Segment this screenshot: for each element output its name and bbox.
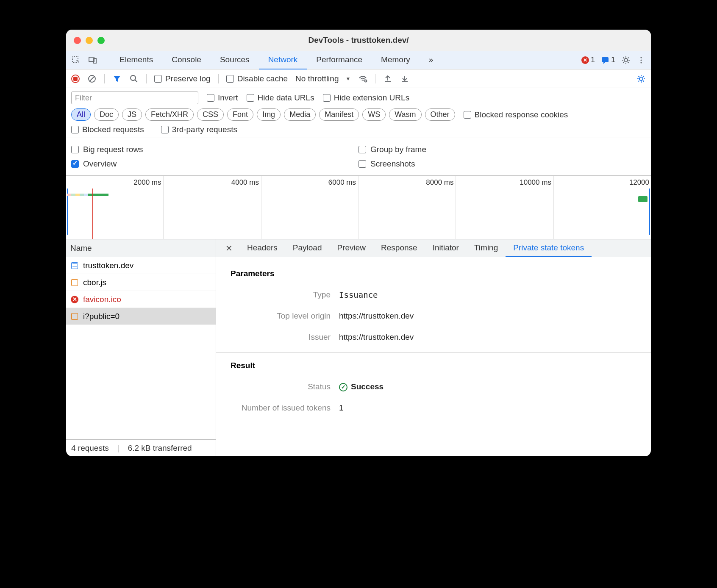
third-party-checkbox[interactable]: 3rd-party requests: [161, 125, 237, 134]
divider: [218, 74, 219, 83]
svg-point-6: [640, 59, 642, 61]
result-heading: Result: [216, 352, 651, 376]
svg-line-11: [135, 80, 137, 82]
detail-pane: ✕ Headers Payload Preview Response Initi…: [216, 239, 651, 456]
overview-checkbox[interactable]: Overview: [71, 157, 358, 171]
type-media[interactable]: Media: [284, 108, 316, 121]
minimize-window-icon[interactable]: [86, 37, 93, 44]
dtab-preview[interactable]: Preview: [330, 239, 374, 257]
timeline-marker: [92, 189, 93, 239]
request-row[interactable]: trusttoken.dev: [66, 257, 216, 274]
blocked-requests-checkbox[interactable]: Blocked requests: [71, 125, 144, 134]
request-count: 4 requests: [71, 444, 109, 453]
type-all[interactable]: All: [71, 108, 91, 121]
clear-icon[interactable]: [87, 74, 97, 83]
type-css[interactable]: CSS: [197, 108, 224, 121]
tab-memory[interactable]: Memory: [372, 51, 420, 69]
devtools-window: DevTools - trusttoken.dev/ Elements Cons…: [66, 30, 651, 456]
filter-icon[interactable]: [112, 74, 122, 83]
issuer-value: https://trusttoken.dev: [339, 333, 651, 342]
gear-icon[interactable]: [621, 55, 631, 65]
hide-data-urls-checkbox[interactable]: Hide data URLs: [247, 93, 314, 103]
svg-point-12: [365, 80, 367, 82]
tab-sources[interactable]: Sources: [211, 51, 259, 69]
group-frame-checkbox[interactable]: Group by frame: [358, 142, 646, 157]
type-doc[interactable]: Doc: [94, 108, 119, 121]
search-icon[interactable]: [129, 74, 139, 83]
parameters-heading: Parameters: [216, 266, 651, 284]
dtab-tokens[interactable]: Private state tokens: [506, 239, 592, 257]
filter-input[interactable]: Filter: [71, 92, 198, 104]
request-list-pane: Name trusttoken.dev cbor.js ✕ favicon.ic…: [66, 239, 216, 456]
tab-network[interactable]: Network: [259, 51, 307, 69]
error-icon: ✕: [70, 295, 79, 304]
dtab-payload[interactable]: Payload: [285, 239, 330, 257]
dtab-timing[interactable]: Timing: [467, 239, 506, 257]
type-js[interactable]: JS: [122, 108, 142, 121]
hide-ext-urls-checkbox[interactable]: Hide extension URLs: [323, 93, 409, 103]
timeline-mark: 6000 ms: [328, 178, 356, 187]
traffic-lights: [74, 37, 105, 44]
preserve-log-checkbox[interactable]: Preserve log: [154, 74, 211, 83]
type-fetch[interactable]: Fetch/XHR: [145, 108, 194, 121]
divider: [375, 74, 375, 83]
transferred-size: 6.2 kB transferred: [128, 444, 192, 453]
info-count: 1: [611, 55, 615, 64]
close-details-icon[interactable]: ✕: [219, 243, 239, 253]
type-font[interactable]: Font: [227, 108, 253, 121]
blocked-cookies-checkbox[interactable]: Blocked response cookies: [464, 110, 568, 119]
timeline-load-marker: [638, 196, 648, 202]
status-value: Success: [339, 382, 651, 391]
tab-elements[interactable]: Elements: [110, 51, 162, 69]
type-filters: All Doc JS Fetch/XHR CSS Font Img Media …: [71, 108, 646, 121]
type-manifest[interactable]: Manifest: [319, 108, 359, 121]
dtab-headers[interactable]: Headers: [239, 239, 285, 257]
request-row[interactable]: cbor.js: [66, 274, 216, 291]
dtab-initiator[interactable]: Initiator: [425, 239, 467, 257]
network-toolbar: Preserve log Disable cache No throttling…: [66, 69, 651, 88]
more-tabs-icon[interactable]: »: [420, 51, 443, 69]
settings-gear-icon[interactable]: [636, 74, 646, 83]
inspect-icon[interactable]: [71, 55, 81, 65]
name-column-header[interactable]: Name: [66, 239, 216, 257]
svg-point-7: [640, 62, 642, 63]
download-icon[interactable]: [400, 74, 409, 83]
error-badge[interactable]: ✕ 1: [581, 55, 595, 64]
request-name: i?public=0: [83, 312, 119, 321]
svg-point-4: [624, 58, 628, 62]
timeline-overview[interactable]: 2000 ms 4000 ms 6000 ms 8000 ms 10000 ms…: [66, 176, 651, 239]
info-badge[interactable]: 1: [601, 55, 615, 64]
timeline-mark: 10000 ms: [520, 178, 551, 187]
upload-icon[interactable]: [383, 74, 392, 83]
dtab-response[interactable]: Response: [373, 239, 425, 257]
type-ws[interactable]: WS: [362, 108, 386, 121]
disable-cache-checkbox[interactable]: Disable cache: [226, 74, 288, 83]
big-rows-checkbox[interactable]: Big request rows: [71, 142, 358, 157]
timeline-handle-right[interactable]: [649, 189, 650, 235]
script-icon: [70, 278, 79, 287]
origin-value: https://trusttoken.dev: [339, 311, 651, 321]
record-button[interactable]: [71, 75, 80, 83]
more-vertical-icon[interactable]: [636, 55, 646, 65]
invert-checkbox[interactable]: Invert: [207, 93, 238, 103]
close-window-icon[interactable]: [74, 37, 81, 44]
type-wasm[interactable]: Wasm: [389, 108, 421, 121]
throttling-select[interactable]: No throttling▼: [295, 74, 350, 83]
request-row[interactable]: i?public=0: [66, 308, 216, 325]
type-other[interactable]: Other: [425, 108, 455, 121]
script-icon: [70, 312, 79, 321]
type-img[interactable]: Img: [257, 108, 281, 121]
wifi-icon[interactable]: [358, 74, 367, 83]
tab-console[interactable]: Console: [162, 51, 211, 69]
main-toolbar: Elements Console Sources Network Perform…: [66, 51, 651, 69]
request-list: trusttoken.dev cbor.js ✕ favicon.ico i?p…: [66, 257, 216, 439]
screenshots-checkbox[interactable]: Screenshots: [358, 157, 646, 171]
error-count: 1: [591, 55, 595, 64]
request-row[interactable]: ✕ favicon.ico: [66, 291, 216, 308]
device-icon[interactable]: [88, 55, 97, 65]
issued-label: Number of issued tokens: [216, 403, 339, 413]
detail-tabs: ✕ Headers Payload Preview Response Initi…: [216, 239, 651, 257]
svg-rect-2: [94, 58, 96, 63]
maaximize-window-icon[interactable]: [97, 37, 105, 44]
tab-performance[interactable]: Performance: [307, 51, 372, 69]
